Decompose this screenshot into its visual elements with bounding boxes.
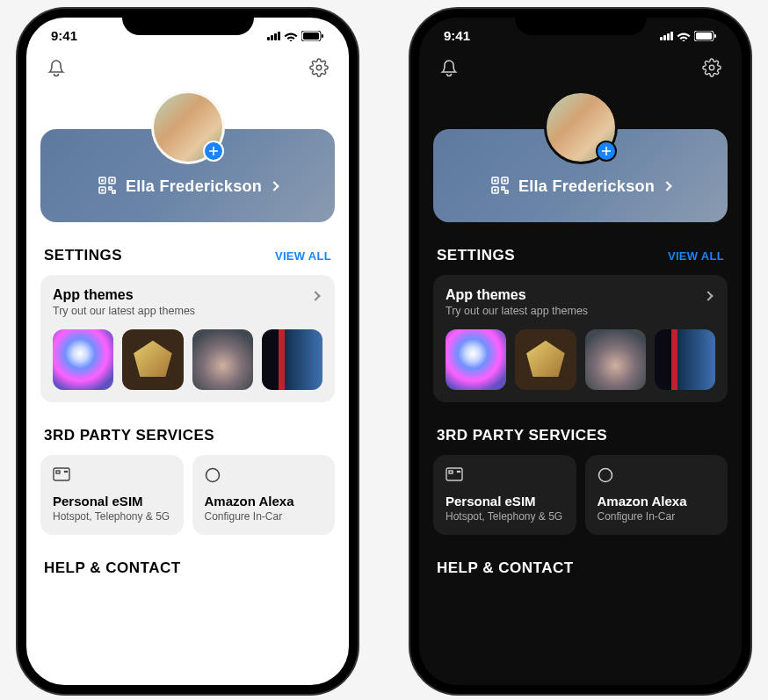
- services-title: 3RD PARTY SERVICES: [44, 427, 214, 444]
- avatar[interactable]: [151, 90, 225, 164]
- bell-icon: [440, 58, 458, 77]
- theme-tile-holographic[interactable]: [446, 329, 506, 390]
- status-time: 9:41: [444, 28, 470, 43]
- service-subtitle: Hotspot, Telephony & 5G: [446, 510, 564, 523]
- svg-rect-29: [446, 468, 462, 480]
- avatar-add-button[interactable]: [596, 141, 617, 162]
- phone-dark-variant: 9:41: [410, 9, 750, 694]
- battery-icon: [301, 31, 324, 41]
- cellular-icon: [660, 32, 673, 40]
- service-esim-card[interactable]: Personal eSIM Hotspot, Telephony & 5G: [433, 455, 576, 535]
- svg-point-26: [495, 180, 496, 182]
- settings-section-header: SETTINGS VIEW ALL: [40, 222, 335, 275]
- profile-name: Ella Frederickson: [126, 177, 262, 196]
- service-subtitle: Hotspot, Telephony & 5G: [53, 510, 171, 523]
- app-themes-title: App themes: [53, 287, 195, 303]
- svg-point-33: [598, 469, 612, 482]
- theme-tile-gradient[interactable]: [585, 329, 646, 390]
- plus-icon: [601, 146, 612, 156]
- notifications-button[interactable]: [46, 57, 67, 78]
- svg-point-11: [102, 190, 104, 191]
- notifications-button[interactable]: [438, 57, 460, 78]
- profile-name: Ella Frederickson: [518, 177, 655, 196]
- svg-rect-30: [449, 471, 453, 473]
- svg-rect-18: [696, 32, 712, 40]
- status-time: 9:41: [51, 28, 77, 43]
- service-title: Personal eSIM: [446, 494, 564, 509]
- battery-icon: [694, 31, 717, 41]
- app-themes-subtitle: Try out our latest app themes: [53, 305, 195, 317]
- service-alexa-card[interactable]: Amazon Alexa Configure In-Car: [192, 455, 336, 535]
- qr-icon[interactable]: [490, 177, 510, 196]
- service-esim-card[interactable]: Personal eSIM Hotspot, Telephony & 5G: [40, 455, 184, 535]
- help-title: HELP & CONTACT: [437, 559, 574, 577]
- svg-rect-12: [54, 468, 69, 480]
- theme-tiles-row: [53, 329, 322, 390]
- chevron-right-icon: [269, 181, 279, 191]
- gear-icon: [702, 58, 721, 77]
- status-indicators: [660, 31, 717, 41]
- svg-rect-24: [502, 187, 504, 190]
- avatar-add-button[interactable]: [203, 141, 224, 162]
- phone-light-variant: 9:41: [18, 9, 358, 694]
- svg-rect-19: [714, 34, 716, 38]
- content-scroll[interactable]: Ella Frederickson SETTINGS VIEW ALL App …: [419, 45, 742, 685]
- app-themes-subtitle: Try out our latest app themes: [446, 305, 588, 317]
- gear-icon: [309, 58, 329, 77]
- alexa-icon: [598, 467, 615, 481]
- services-title: 3RD PARTY SERVICES: [437, 427, 607, 444]
- sim-icon: [446, 467, 463, 481]
- help-section-header: HELP & CONTACT: [40, 535, 335, 588]
- qr-icon[interactable]: [98, 177, 117, 196]
- settings-button[interactable]: [308, 57, 330, 78]
- theme-tile-diamond[interactable]: [122, 329, 183, 390]
- settings-button[interactable]: [701, 57, 722, 78]
- chevron-right-icon: [703, 291, 713, 300]
- svg-point-32: [459, 472, 460, 473]
- theme-tile-striped[interactable]: [262, 329, 322, 390]
- svg-rect-7: [109, 187, 112, 190]
- service-alexa-card[interactable]: Amazon Alexa Configure In-Car: [585, 455, 728, 535]
- svg-rect-2: [322, 34, 323, 38]
- avatar[interactable]: [544, 90, 618, 164]
- screen: 9:41: [26, 18, 349, 685]
- wifi-icon: [677, 31, 691, 41]
- svg-point-9: [102, 180, 104, 182]
- settings-title: SETTINGS: [44, 247, 122, 264]
- svg-rect-25: [505, 191, 508, 193]
- chevron-right-icon: [310, 291, 320, 300]
- theme-tile-diamond[interactable]: [515, 329, 576, 390]
- service-subtitle: Configure In-Car: [598, 510, 716, 523]
- profile-card[interactable]: Ella Frederickson: [433, 129, 728, 222]
- service-title: Personal eSIM: [53, 494, 171, 509]
- svg-point-16: [206, 469, 219, 482]
- content-scroll[interactable]: Ella Frederickson SETTINGS VIEW ALL App …: [26, 45, 349, 685]
- app-themes-header[interactable]: App themes Try out our latest app themes: [446, 287, 715, 317]
- cellular-icon: [267, 32, 280, 40]
- service-subtitle: Configure In-Car: [205, 510, 323, 523]
- screen: 9:41: [419, 18, 742, 685]
- view-all-link[interactable]: VIEW ALL: [275, 249, 331, 263]
- app-themes-header[interactable]: App themes Try out our latest app themes: [53, 287, 322, 317]
- profile-name-row: Ella Frederickson: [447, 177, 714, 196]
- theme-tile-gradient[interactable]: [192, 329, 253, 390]
- app-themes-title: App themes: [446, 287, 588, 303]
- theme-tile-holographic[interactable]: [53, 329, 113, 390]
- theme-tiles-row: [446, 329, 715, 390]
- svg-point-3: [316, 65, 322, 70]
- svg-point-14: [64, 472, 65, 473]
- top-icon-row: [433, 45, 728, 85]
- svg-rect-1: [303, 32, 319, 40]
- theme-tile-striped[interactable]: [655, 329, 715, 390]
- view-all-link[interactable]: VIEW ALL: [668, 249, 724, 263]
- svg-rect-8: [112, 191, 115, 193]
- bell-icon: [47, 58, 65, 77]
- svg-point-10: [112, 180, 113, 182]
- top-icon-row: [40, 45, 335, 85]
- app-themes-card: App themes Try out our latest app themes: [433, 275, 728, 402]
- plus-icon: [208, 146, 219, 156]
- service-title: Amazon Alexa: [598, 494, 716, 509]
- profile-card[interactable]: Ella Frederickson: [40, 129, 335, 222]
- status-bar: 9:41: [419, 18, 742, 45]
- settings-title: SETTINGS: [437, 247, 515, 264]
